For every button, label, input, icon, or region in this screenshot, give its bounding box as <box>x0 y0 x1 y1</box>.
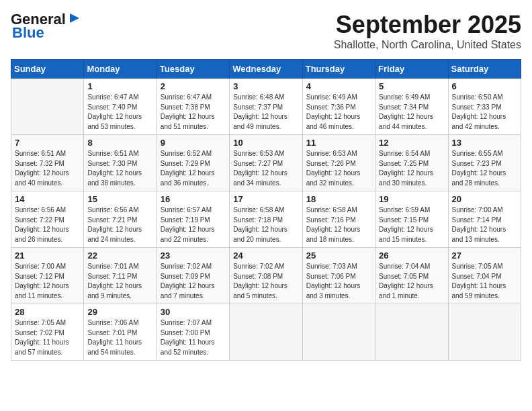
calendar-cell: 4Sunrise: 6:49 AM Sunset: 7:36 PM Daylig… <box>302 79 375 135</box>
day-info: Sunrise: 6:53 AM Sunset: 7:27 PM Dayligh… <box>233 149 298 188</box>
day-info: Sunrise: 6:49 AM Sunset: 7:36 PM Dayligh… <box>306 93 371 132</box>
location-title: Shallotte, North Carolina, United States <box>334 39 521 51</box>
day-info: Sunrise: 6:47 AM Sunset: 7:40 PM Dayligh… <box>87 93 152 132</box>
weekday-header-monday: Monday <box>84 60 157 79</box>
day-number: 20 <box>452 194 517 204</box>
day-number: 1 <box>87 81 152 91</box>
day-number: 14 <box>15 194 80 204</box>
calendar-cell <box>302 304 375 361</box>
day-number: 28 <box>15 307 80 317</box>
day-info: Sunrise: 7:01 AM Sunset: 7:11 PM Dayligh… <box>87 262 152 301</box>
day-info: Sunrise: 6:56 AM Sunset: 7:22 PM Dayligh… <box>15 205 80 244</box>
day-info: Sunrise: 7:02 AM Sunset: 7:09 PM Dayligh… <box>161 262 226 301</box>
calendar-cell: 14Sunrise: 6:56 AM Sunset: 7:22 PM Dayli… <box>11 191 84 248</box>
weekday-header-sunday: Sunday <box>11 60 84 79</box>
day-number: 15 <box>87 194 152 204</box>
calendar-cell: 1Sunrise: 6:47 AM Sunset: 7:40 PM Daylig… <box>84 79 157 135</box>
day-info: Sunrise: 7:04 AM Sunset: 7:05 PM Dayligh… <box>379 262 444 301</box>
day-number: 22 <box>87 250 152 261</box>
calendar-cell: 11Sunrise: 6:53 AM Sunset: 7:26 PM Dayli… <box>302 135 375 191</box>
day-info: Sunrise: 7:03 AM Sunset: 7:06 PM Dayligh… <box>306 262 371 301</box>
day-number: 29 <box>87 307 152 317</box>
weekday-header-tuesday: Tuesday <box>157 60 229 79</box>
calendar-cell: 30Sunrise: 7:07 AM Sunset: 7:00 PM Dayli… <box>157 304 229 361</box>
day-number: 6 <box>452 81 517 91</box>
weekday-header-wednesday: Wednesday <box>230 60 302 79</box>
day-number: 12 <box>379 138 444 148</box>
day-number: 11 <box>306 138 371 148</box>
day-info: Sunrise: 7:07 AM Sunset: 7:00 PM Dayligh… <box>161 318 226 357</box>
calendar-cell: 18Sunrise: 6:58 AM Sunset: 7:16 PM Dayli… <box>302 191 375 248</box>
calendar-cell: 17Sunrise: 6:58 AM Sunset: 7:18 PM Dayli… <box>230 191 302 248</box>
calendar-cell: 26Sunrise: 7:04 AM Sunset: 7:05 PM Dayli… <box>375 248 448 304</box>
calendar-cell: 27Sunrise: 7:05 AM Sunset: 7:04 PM Dayli… <box>448 248 521 304</box>
calendar-cell: 21Sunrise: 7:00 AM Sunset: 7:12 PM Dayli… <box>11 248 84 304</box>
calendar-cell: 13Sunrise: 6:55 AM Sunset: 7:23 PM Dayli… <box>448 135 521 191</box>
day-number: 25 <box>306 250 371 261</box>
day-number: 5 <box>379 81 444 91</box>
day-number: 23 <box>161 250 226 261</box>
calendar-cell: 6Sunrise: 6:50 AM Sunset: 7:33 PM Daylig… <box>448 79 521 135</box>
day-info: Sunrise: 6:49 AM Sunset: 7:34 PM Dayligh… <box>379 93 444 132</box>
weekday-header-friday: Friday <box>375 60 448 79</box>
calendar-cell: 8Sunrise: 6:51 AM Sunset: 7:30 PM Daylig… <box>84 135 157 191</box>
calendar-cell <box>11 79 84 135</box>
weekday-header-saturday: Saturday <box>448 60 521 79</box>
day-info: Sunrise: 7:02 AM Sunset: 7:08 PM Dayligh… <box>233 262 298 301</box>
calendar-cell: 29Sunrise: 7:06 AM Sunset: 7:01 PM Dayli… <box>84 304 157 361</box>
logo-icon <box>67 11 82 26</box>
calendar-cell: 15Sunrise: 6:56 AM Sunset: 7:21 PM Dayli… <box>84 191 157 248</box>
week-row-1: 1Sunrise: 6:47 AM Sunset: 7:40 PM Daylig… <box>11 79 521 135</box>
weekday-header-row: SundayMondayTuesdayWednesdayThursdayFrid… <box>11 60 521 79</box>
day-info: Sunrise: 7:05 AM Sunset: 7:02 PM Dayligh… <box>15 318 80 357</box>
calendar-cell: 22Sunrise: 7:01 AM Sunset: 7:11 PM Dayli… <box>84 248 157 304</box>
day-info: Sunrise: 6:59 AM Sunset: 7:15 PM Dayligh… <box>379 205 444 244</box>
week-row-5: 28Sunrise: 7:05 AM Sunset: 7:02 PM Dayli… <box>11 304 521 361</box>
day-number: 8 <box>87 138 152 148</box>
day-info: Sunrise: 6:54 AM Sunset: 7:25 PM Dayligh… <box>379 149 444 188</box>
day-info: Sunrise: 7:05 AM Sunset: 7:04 PM Dayligh… <box>452 262 517 301</box>
day-info: Sunrise: 7:00 AM Sunset: 7:14 PM Dayligh… <box>452 205 517 244</box>
calendar-cell: 5Sunrise: 6:49 AM Sunset: 7:34 PM Daylig… <box>375 79 448 135</box>
calendar-cell: 19Sunrise: 6:59 AM Sunset: 7:15 PM Dayli… <box>375 191 448 248</box>
calendar-table: SundayMondayTuesdayWednesdayThursdayFrid… <box>11 59 521 361</box>
day-info: Sunrise: 6:58 AM Sunset: 7:18 PM Dayligh… <box>233 205 298 244</box>
calendar-cell <box>375 304 448 361</box>
day-number: 19 <box>379 194 444 204</box>
calendar-cell: 16Sunrise: 6:57 AM Sunset: 7:19 PM Dayli… <box>157 191 229 248</box>
logo-blue: Blue <box>12 24 44 42</box>
day-number: 13 <box>452 138 517 148</box>
day-number: 26 <box>379 250 444 261</box>
day-info: Sunrise: 6:50 AM Sunset: 7:33 PM Dayligh… <box>452 93 517 132</box>
day-info: Sunrise: 6:58 AM Sunset: 7:16 PM Dayligh… <box>306 205 371 244</box>
day-number: 24 <box>233 250 298 261</box>
calendar-cell: 25Sunrise: 7:03 AM Sunset: 7:06 PM Dayli… <box>302 248 375 304</box>
title-area: September 2025 Shallotte, North Carolina… <box>334 11 521 51</box>
calendar-cell <box>230 304 302 361</box>
day-number: 16 <box>161 194 226 204</box>
day-number: 7 <box>15 138 80 148</box>
day-number: 27 <box>452 250 517 261</box>
day-info: Sunrise: 6:51 AM Sunset: 7:32 PM Dayligh… <box>15 149 80 188</box>
calendar-cell: 3Sunrise: 6:48 AM Sunset: 7:37 PM Daylig… <box>230 79 302 135</box>
logo: General Blue <box>11 11 82 42</box>
week-row-4: 21Sunrise: 7:00 AM Sunset: 7:12 PM Dayli… <box>11 248 521 304</box>
day-info: Sunrise: 6:57 AM Sunset: 7:19 PM Dayligh… <box>161 205 226 244</box>
calendar-cell: 28Sunrise: 7:05 AM Sunset: 7:02 PM Dayli… <box>11 304 84 361</box>
day-info: Sunrise: 6:51 AM Sunset: 7:30 PM Dayligh… <box>87 149 152 188</box>
day-number: 17 <box>233 194 298 204</box>
page-header: General Blue September 2025 Shallotte, N… <box>11 11 521 51</box>
day-number: 3 <box>233 81 298 91</box>
day-info: Sunrise: 6:56 AM Sunset: 7:21 PM Dayligh… <box>87 205 152 244</box>
weekday-header-thursday: Thursday <box>302 60 375 79</box>
day-number: 18 <box>306 194 371 204</box>
day-info: Sunrise: 6:47 AM Sunset: 7:38 PM Dayligh… <box>161 93 226 132</box>
calendar-cell: 12Sunrise: 6:54 AM Sunset: 7:25 PM Dayli… <box>375 135 448 191</box>
calendar-cell: 23Sunrise: 7:02 AM Sunset: 7:09 PM Dayli… <box>157 248 229 304</box>
day-info: Sunrise: 7:00 AM Sunset: 7:12 PM Dayligh… <box>15 262 80 301</box>
calendar-cell: 10Sunrise: 6:53 AM Sunset: 7:27 PM Dayli… <box>230 135 302 191</box>
calendar-cell: 24Sunrise: 7:02 AM Sunset: 7:08 PM Dayli… <box>230 248 302 304</box>
month-title: September 2025 <box>334 11 521 39</box>
day-info: Sunrise: 6:52 AM Sunset: 7:29 PM Dayligh… <box>161 149 226 188</box>
calendar-cell: 20Sunrise: 7:00 AM Sunset: 7:14 PM Dayli… <box>448 191 521 248</box>
